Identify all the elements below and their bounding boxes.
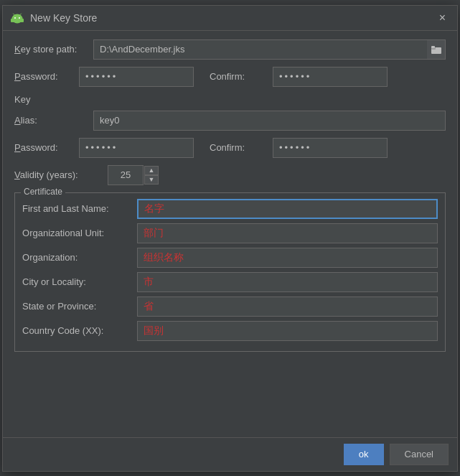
new-key-store-dialog: New Key Store × Key store path: <box>2 5 458 472</box>
top-confirm-label: Confirm: <box>210 71 260 82</box>
top-confirm-input[interactable] <box>273 67 388 87</box>
title-bar-left: New Key Store <box>10 11 97 25</box>
key-confirm-input[interactable] <box>273 138 388 158</box>
svg-rect-10 <box>431 46 435 48</box>
keystore-path-input[interactable] <box>93 39 446 60</box>
ok-button[interactable]: ok <box>344 444 384 465</box>
cert-row-3: City or Locality: <box>22 272 438 292</box>
cert-label-2: Organization: <box>22 252 137 263</box>
cert-input-org-unit[interactable] <box>137 223 438 243</box>
cert-input-state[interactable] <box>137 297 438 317</box>
cert-input-country[interactable] <box>137 321 438 341</box>
svg-rect-6 <box>11 19 13 22</box>
alias-label: Alias: <box>14 115 93 126</box>
certificate-box: Certificate First and Last Name: Organiz… <box>14 192 446 352</box>
svg-line-5 <box>20 14 22 15</box>
svg-point-2 <box>14 17 16 19</box>
cert-row-5: Country Code (XX): <box>22 321 438 341</box>
alias-input[interactable] <box>93 111 446 131</box>
certificate-legend: Certificate <box>21 187 65 197</box>
close-button[interactable]: × <box>435 11 450 25</box>
keystore-path-row: Key store path: <box>14 39 446 60</box>
key-password-row: Password: Confirm: <box>14 138 446 158</box>
cert-label-0: First and Last Name: <box>22 203 137 214</box>
cert-label-3: City or Locality: <box>22 276 137 287</box>
svg-rect-1 <box>12 18 23 22</box>
top-password-row: Password: Confirm: <box>14 67 446 87</box>
key-section: Key Alias: Password: Confirm: <box>14 94 446 352</box>
keystore-path-label: Key store path: <box>14 44 93 55</box>
cert-row-2: Organization: <box>22 248 438 268</box>
svg-point-3 <box>19 17 20 19</box>
cert-row-1: Organizational Unit: <box>22 223 438 243</box>
cert-input-city[interactable] <box>137 272 438 292</box>
cert-input-organization[interactable] <box>137 248 438 268</box>
key-section-label: Key <box>14 94 446 105</box>
key-confirm-label: Confirm: <box>210 142 260 153</box>
svg-line-4 <box>14 14 15 15</box>
validity-label: Validity (years): <box>14 169 108 180</box>
cert-label-1: Organizational Unit: <box>22 228 137 238</box>
dialog-footer: ok Cancel <box>3 437 457 471</box>
browse-folder-button[interactable] <box>427 39 446 60</box>
svg-rect-7 <box>22 19 24 22</box>
top-password-input[interactable] <box>79 67 194 87</box>
key-password-label: Password: <box>14 142 72 153</box>
cert-label-4: State or Province: <box>22 301 137 312</box>
validity-row: Validity (years): ▲ ▼ <box>14 165 446 185</box>
dialog-title: New Key Store <box>30 12 97 24</box>
cert-input-first-last-name[interactable] <box>137 199 438 219</box>
cert-row-4: State or Province: <box>22 297 438 317</box>
cert-row-0: First and Last Name: <box>22 199 438 219</box>
top-password-label: Password: <box>14 71 72 82</box>
dialog-content: Key store path: Password: Confi <box>3 31 457 437</box>
validity-spinner: ▲ ▼ <box>144 166 159 185</box>
validity-decrement-button[interactable]: ▼ <box>144 175 159 185</box>
alias-row: Alias: <box>14 111 446 131</box>
cancel-button[interactable]: Cancel <box>390 444 449 465</box>
android-icon <box>10 11 24 25</box>
path-input-wrapper <box>93 39 446 60</box>
folder-icon <box>431 45 441 54</box>
key-password-input[interactable] <box>79 138 194 158</box>
cert-label-5: Country Code (XX): <box>22 325 137 336</box>
validity-input[interactable] <box>108 165 144 185</box>
validity-increment-button[interactable]: ▲ <box>144 166 159 175</box>
title-bar: New Key Store × <box>3 6 457 31</box>
